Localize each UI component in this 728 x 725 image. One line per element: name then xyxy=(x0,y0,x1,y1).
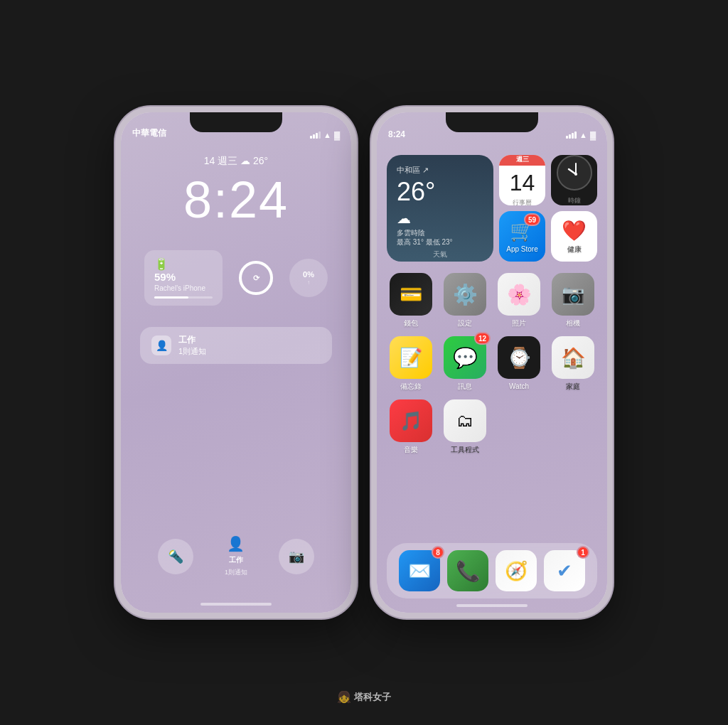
settings-icon: ⚙️ xyxy=(444,273,486,316)
homescreen-content: 中和區↗ 26° ☁ 多雲時陰最高 31° 最低 23° 天氣 xyxy=(377,112,607,613)
calendar-header: 週三 xyxy=(499,155,545,166)
weather-location: 中和區↗ xyxy=(397,165,483,176)
watch-label: Watch xyxy=(509,382,529,391)
notes-label: 備忘錄 xyxy=(400,382,422,391)
app-icon-wrapper-photos[interactable]: 🌸 照片 xyxy=(495,273,543,328)
lock-bottom-controls: 🔦 👤 工作 1則通知 📷 xyxy=(121,535,351,577)
dock-tasks[interactable]: ✔ 1 xyxy=(544,550,585,591)
battery-icon-widget: 🔋 xyxy=(154,257,213,271)
health-label: 健康 xyxy=(567,245,582,254)
weather-label: 天氣 xyxy=(397,249,483,259)
mail-badge: 8 xyxy=(432,546,444,559)
mail-icon: ✉️ 8 xyxy=(399,550,440,591)
home-app-label: 家庭 xyxy=(566,382,580,391)
battery-icon-left: ▓ xyxy=(334,131,340,139)
camera-label: 相機 xyxy=(566,319,580,328)
battery-pct-text: 59% xyxy=(154,271,213,283)
messages-label: 訊息 xyxy=(458,382,472,391)
music-icon: 🎵 xyxy=(390,399,432,442)
calendar-date: 14 xyxy=(510,171,535,194)
notes-icon: 📝 xyxy=(390,336,432,379)
dock: ✉️ 8 📞 🧭 xyxy=(387,543,597,598)
lock-center-sublabel: 1則通知 xyxy=(225,568,247,577)
app-icon-wrapper-music[interactable]: 🎵 音樂 xyxy=(387,399,435,454)
photos-label: 照片 xyxy=(512,319,526,328)
lock-time-display: 8:24 xyxy=(183,171,289,229)
dock-mail[interactable]: ✉️ 8 xyxy=(399,550,440,591)
appstore-badge: 59 xyxy=(524,213,540,226)
app-icon-wrapper-home-app[interactable]: 🏠 家庭 xyxy=(549,336,597,391)
phone-icon: 📞 xyxy=(447,550,488,591)
lock-center-area: 👤 工作 1則通知 xyxy=(225,535,247,577)
time-right: 8:24 xyxy=(388,129,405,139)
app-icon-wrapper-settings[interactable]: ⚙️ 設定 xyxy=(441,273,489,328)
weather-temp: 26° xyxy=(397,177,483,207)
tasks-badge: 1 xyxy=(577,546,589,559)
zero-pct-text: 0% xyxy=(303,270,314,279)
watch-icon: ⌚ xyxy=(498,336,540,379)
dock-safari[interactable]: 🧭 xyxy=(496,550,537,591)
notch-left xyxy=(190,112,282,132)
carrier-left: 中華電信 xyxy=(132,127,166,139)
messages-icon: 💬 12 xyxy=(444,336,486,379)
battery-device-name: Rachel's iPhone xyxy=(154,284,213,292)
signal-icon-right xyxy=(566,131,577,139)
home-app-icon: 🏠 xyxy=(552,336,594,379)
widgets-right: 週三 14 行事曆 xyxy=(499,155,597,262)
health-widget[interactable]: ❤️ 健康 xyxy=(551,211,597,262)
wifi-icon-left: ▲ xyxy=(323,131,331,139)
clock-widget[interactable]: 時鐘 xyxy=(551,155,597,205)
notif-content: 工作 1則通知 xyxy=(178,334,206,357)
lock-battery-widget: 🔋 59% Rachel's iPhone xyxy=(144,250,223,306)
dock-phone[interactable]: 📞 xyxy=(447,550,488,591)
utilities-icon: 🗂 xyxy=(444,399,486,442)
tasks-icon: ✔ 1 xyxy=(544,550,585,591)
utilities-label: 工具程式 xyxy=(451,446,479,454)
music-label: 音樂 xyxy=(404,446,418,454)
notif-title: 工作 xyxy=(178,334,206,346)
signal-icon-left xyxy=(310,131,321,139)
apps-grid: 💳 錢包 ⚙️ 設定 🌸 xyxy=(387,273,597,454)
lock-center-label: 工作 xyxy=(229,555,243,565)
settings-label: 設定 xyxy=(458,319,472,328)
wallet-icon: 💳 xyxy=(390,273,432,316)
safari-icon: 🧭 xyxy=(496,550,537,591)
camera-button[interactable]: 📷 xyxy=(279,539,314,574)
watermark: 👧 塔科女子 xyxy=(337,690,391,704)
battery-icon-right: ▓ xyxy=(590,131,596,139)
app-icon-wrapper-utilities[interactable]: 🗂 工具程式 xyxy=(441,399,489,454)
wifi-icon-right: ▲ xyxy=(579,131,587,139)
calendar-widget[interactable]: 週三 14 行事曆 xyxy=(499,155,545,205)
appstore-label: App Store xyxy=(506,245,537,254)
app-icon-wrapper-messages[interactable]: 💬 12 訊息 xyxy=(441,336,489,391)
home-indicator-right xyxy=(456,604,528,607)
lockscreen-content: 14 週三 ☁ 26° 8:24 🔋 59% Rachel's iPhone xyxy=(121,112,351,613)
notif-sub: 1則通知 xyxy=(178,346,206,357)
notif-icon: 👤 xyxy=(151,335,171,355)
homescreen-phone: 8:24 ▲ ▓ xyxy=(371,107,613,618)
notch-right xyxy=(446,112,538,132)
messages-badge: 12 xyxy=(474,332,491,345)
app-icon-wrapper-wallet[interactable]: 💳 錢包 xyxy=(387,273,435,328)
wallet-label: 錢包 xyxy=(404,319,418,328)
lock-ring-widget: ⟳ xyxy=(237,259,275,297)
app-icon-wrapper-notes[interactable]: 📝 備忘錄 xyxy=(387,336,435,391)
camera-icon: 📷 xyxy=(552,273,594,316)
weather-icon: ☁ xyxy=(397,210,483,227)
app-icon-wrapper-camera[interactable]: 📷 相機 xyxy=(549,273,597,328)
home-indicator-left xyxy=(200,603,272,606)
lock-date: 14 週三 ☁ 26° xyxy=(204,155,268,168)
widgets-row: 中和區↗ 26° ☁ 多雲時陰最高 31° 最低 23° 天氣 xyxy=(387,155,597,262)
svg-point-4 xyxy=(574,173,577,176)
appstore-widget[interactable]: 🛒 59 App Store xyxy=(499,211,545,262)
flashlight-button[interactable]: 🔦 xyxy=(158,539,193,574)
clock-label: 時鐘 xyxy=(568,196,581,205)
lock-0pct-widget: 0% ↑ xyxy=(289,259,328,297)
photos-icon: 🌸 xyxy=(498,273,540,316)
lock-notification[interactable]: 👤 工作 1則通知 xyxy=(140,327,332,364)
calendar-label: 行事曆 xyxy=(513,198,532,206)
app-icon-wrapper-watch[interactable]: ⌚ Watch xyxy=(495,336,543,391)
weather-desc: 多雲時陰最高 31° 最低 23° xyxy=(397,228,483,247)
weather-widget[interactable]: 中和區↗ 26° ☁ 多雲時陰最高 31° 最低 23° 天氣 xyxy=(387,155,493,262)
lockscreen-phone: 中華電信 ▲ ▓ 14 週三 ☁ 26° 8:24 xyxy=(115,107,357,618)
